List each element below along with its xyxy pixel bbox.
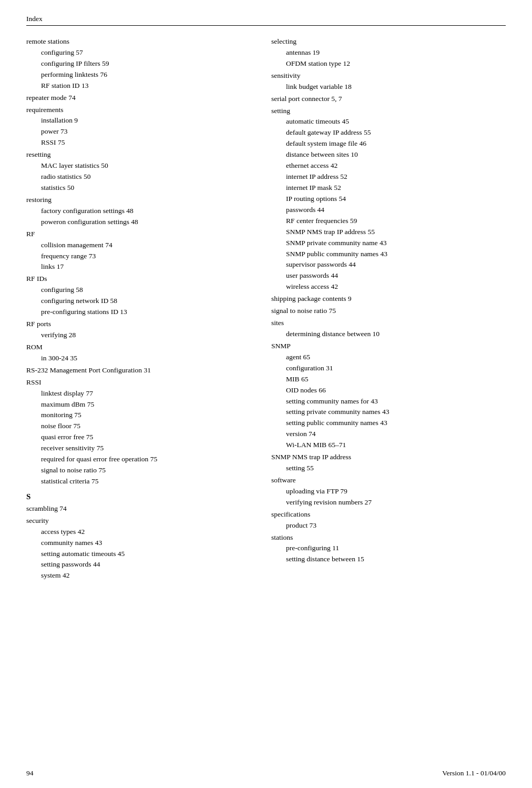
right-column: selectingantennas 19OFDM station type 12… <box>266 35 506 581</box>
index-sub-term: user passwords 44 <box>271 270 506 281</box>
index-sub-term: access types 42 <box>26 527 250 538</box>
index-sub-term: setting public community names 43 <box>271 418 506 429</box>
index-sub-term: pre-configuring stations ID 13 <box>26 307 250 318</box>
index-sub-term: maximum dBm 75 <box>26 399 250 410</box>
index-main-term: setting <box>271 106 506 117</box>
index-main-term: restoring <box>26 195 250 206</box>
footer-version: Version 1.1 - 01/04/00 <box>442 769 506 777</box>
index-main-term: RF <box>26 229 250 240</box>
index-main-term: sites <box>271 318 506 329</box>
index-sub-term: configuration 31 <box>271 363 506 374</box>
index-main-term: serial port connector 5, 7 <box>271 94 506 105</box>
index-sub-term: setting community names for 43 <box>271 396 506 407</box>
index-sub-term: product 73 <box>271 520 506 531</box>
index-main-term: SNMP NMS trap IP address <box>271 452 506 463</box>
index-main-term: sensitivity <box>271 70 506 82</box>
index-sub-term: links 17 <box>26 261 250 272</box>
page-title: Index <box>26 15 43 23</box>
index-sub-term: verifying 28 <box>26 330 250 341</box>
index-main-term: signal to noise ratio 75 <box>271 306 506 317</box>
index-main-term: requirements <box>26 105 250 116</box>
index-sub-term: setting distance between 15 <box>271 554 506 565</box>
index-sub-term: setting passwords 44 <box>26 559 250 570</box>
index-sub-term: OFDM station type 12 <box>271 58 506 69</box>
index-sub-term: Wi-LAN MIB 65–71 <box>271 440 506 451</box>
index-main-term: RF IDs <box>26 274 250 285</box>
index-main-term: RF ports <box>26 319 250 330</box>
index-sub-term: noise floor 75 <box>26 421 250 432</box>
index-sub-term: monitoring 75 <box>26 410 250 421</box>
index-main-term: resetting <box>26 149 250 160</box>
index-main-term: SNMP <box>271 341 506 352</box>
index-sub-term: frequency range 73 <box>26 251 250 262</box>
index-columns: remote stationsconfiguring 57configuring… <box>26 35 506 581</box>
index-main-term: specifications <box>271 509 506 520</box>
index-sub-term: IP routing options 54 <box>271 194 506 205</box>
index-sub-term: configuring IP filters 59 <box>26 58 250 69</box>
index-main-term: selecting <box>271 36 506 47</box>
index-sub-term: agent 65 <box>271 352 506 363</box>
index-sub-term: supervisor passwords 44 <box>271 259 506 270</box>
index-sub-term: MIB 65 <box>271 374 506 385</box>
index-main-term: ROM <box>26 342 250 353</box>
page: Index remote stationsconfiguring 57confi… <box>0 0 532 602</box>
index-sub-term: statistical criteria 75 <box>26 476 250 487</box>
index-main-term: repeater mode 74 <box>26 93 250 104</box>
index-sub-term: SNMP NMS trap IP address 55 <box>271 227 506 238</box>
index-sub-term: power 73 <box>26 126 250 137</box>
index-sub-term: required for quasi error free operation … <box>26 454 250 465</box>
index-sub-term: factory configuration settings 48 <box>26 206 250 217</box>
index-sub-term: RSSI 75 <box>26 137 250 148</box>
index-sub-term: automatic timeouts 45 <box>271 116 506 127</box>
index-main-term: RSSI <box>26 377 250 388</box>
index-sub-term: radio statistics 50 <box>26 171 250 183</box>
index-sub-term: configuring 58 <box>26 285 250 296</box>
index-sub-term: quasi error free 75 <box>26 432 250 443</box>
index-sub-term: wireless access 42 <box>271 281 506 292</box>
footer-page-number: 94 <box>26 769 34 777</box>
index-sub-term: OID nodes 66 <box>271 385 506 396</box>
index-main-term: RS-232 Management Port Configuration 31 <box>26 365 250 376</box>
index-sub-term: SNMP private community name 43 <box>271 238 506 249</box>
index-main-term: software <box>271 475 506 486</box>
index-sub-term: verifying revision numbers 27 <box>271 497 506 508</box>
index-sub-term: in 300-24 35 <box>26 353 250 364</box>
index-main-term: stations <box>271 532 506 543</box>
section-letter: S <box>26 492 250 501</box>
index-sub-term: default system image file 46 <box>271 138 506 149</box>
index-sub-term: link budget variable 18 <box>271 82 506 93</box>
index-main-term: security <box>26 516 250 527</box>
index-sub-term: passwords 44 <box>271 205 506 216</box>
index-sub-term: internet IP address 52 <box>271 171 506 183</box>
index-main-term: scrambling 74 <box>26 503 250 514</box>
index-sub-term: determining distance between 10 <box>271 329 506 340</box>
index-sub-term: poweron configuration settings 48 <box>26 217 250 228</box>
index-main-term: remote stations <box>26 36 250 47</box>
index-sub-term: configuring network ID 58 <box>26 296 250 307</box>
index-sub-term: statistics 50 <box>26 183 250 194</box>
index-sub-term: uploading via FTP 79 <box>271 486 506 497</box>
page-footer: 94 Version 1.1 - 01/04/00 <box>26 769 506 777</box>
index-sub-term: installation 9 <box>26 115 250 126</box>
index-sub-term: distance between sites 10 <box>271 149 506 160</box>
index-sub-term: signal to noise ratio 75 <box>26 465 250 476</box>
index-sub-term: MAC layer statistics 50 <box>26 160 250 171</box>
index-sub-term: collision management 74 <box>26 240 250 251</box>
index-main-term: shipping package contents 9 <box>271 294 506 305</box>
index-sub-term: receiver sensitivity 75 <box>26 443 250 454</box>
index-sub-term: antennas 19 <box>271 47 506 58</box>
page-header: Index <box>26 15 506 26</box>
index-sub-term: pre-configuring 11 <box>271 543 506 554</box>
index-sub-term: setting automatic timeouts 45 <box>26 549 250 560</box>
index-sub-term: internet IP mask 52 <box>271 183 506 194</box>
index-sub-term: RF center frequencies 59 <box>271 216 506 227</box>
index-sub-term: setting private community names 43 <box>271 407 506 418</box>
index-sub-term: SNMP public community names 43 <box>271 249 506 260</box>
left-column: remote stationsconfiguring 57configuring… <box>26 35 266 581</box>
index-sub-term: linktest display 77 <box>26 388 250 399</box>
index-sub-term: setting 55 <box>271 463 506 474</box>
index-sub-term: version 74 <box>271 429 506 440</box>
index-sub-term: system 42 <box>26 570 250 581</box>
index-sub-term: performing linktests 76 <box>26 69 250 80</box>
index-sub-term: community names 43 <box>26 538 250 549</box>
